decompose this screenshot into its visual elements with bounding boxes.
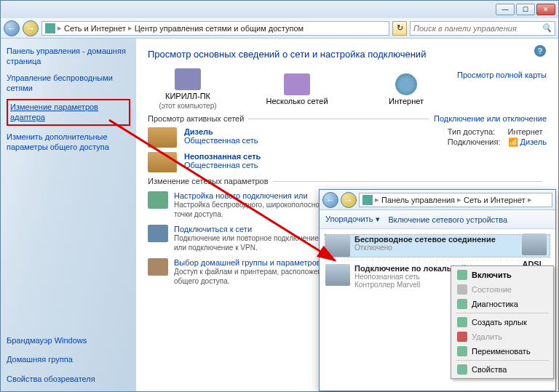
crumb-network[interactable]: Сеть и Интернет (64, 24, 126, 33)
titlebar: — ☐ ✕ (1, 1, 558, 18)
sub-address-bar: ← → ▸ Панель управления ▸ Сеть и Интерне… (320, 190, 555, 210)
sub-breadcrumb[interactable]: ▸ Панель управления ▸ Сеть и Интернет ▸ (359, 193, 552, 207)
new-connection-icon (148, 191, 168, 209)
breadcrumb[interactable]: ▸ Сеть и Интернет ▸ Центр управления сет… (41, 21, 389, 36)
sidebar-bottom: Брандмауэр Windows Домашняя группа Свойс… (7, 335, 130, 384)
node-this-pc[interactable]: КИРИЛЛ-ПК (этот компьютер) (148, 68, 228, 110)
status-icon (457, 284, 467, 295)
connection-link[interactable]: 📶 Дизель (508, 137, 547, 147)
network-name[interactable]: Неопознанная сеть (184, 152, 261, 161)
sidebar-adapter-highlight: Изменение параметров адаптера (7, 99, 130, 126)
delete-icon (457, 332, 467, 342)
organize-menu[interactable]: Упорядочить ▾ (325, 215, 380, 224)
network-map: КИРИЛЛ-ПК (этот компьютер) Несколько сет… (148, 68, 547, 110)
sidebar-ie[interactable]: Свойства обозревателя (7, 375, 95, 383)
control-panel-icon (362, 195, 373, 205)
crumb-sharing-center[interactable]: Центр управления сетями и общим доступом (135, 24, 304, 33)
sidebar-home[interactable]: Панель управления - домашняя страница (7, 46, 130, 67)
sub-back-button[interactable]: ← (322, 192, 338, 208)
forward-button[interactable]: → (23, 20, 39, 36)
homegroup-icon (148, 258, 168, 276)
change-settings-header: Изменение сетевых параметров (148, 177, 547, 185)
ctx-rename[interactable]: Переименовать (453, 344, 552, 359)
network-type[interactable]: Общественная сеть (184, 136, 258, 145)
ctx-status: Состояние (453, 282, 552, 297)
node-internet[interactable]: Интернет (366, 73, 446, 105)
context-menu: Включить Состояние Диагностика Создать я… (451, 265, 554, 379)
ctx-diagnostics[interactable]: Диагностика (453, 297, 552, 311)
close-button[interactable]: ✕ (536, 4, 555, 15)
connect-disconnect-link[interactable]: Подключение или отключение (434, 114, 547, 123)
page-title: Просмотр основных сведений о сети и наст… (148, 49, 547, 60)
sidebar: Панель управления - домашняя страница Уп… (1, 39, 136, 391)
rename-icon (457, 346, 467, 356)
ctx-properties[interactable]: Свойства (453, 362, 552, 377)
network-type[interactable]: Общественная сеть (184, 161, 261, 169)
ctx-enable[interactable]: Включить (453, 268, 552, 282)
address-bar: ← → ▸ Сеть и Интернет ▸ Центр управления… (1, 18, 558, 39)
refresh-button[interactable]: ↻ (392, 21, 407, 36)
sub-toolbar: Упорядочить ▾ Включение сетевого устройс… (320, 210, 555, 229)
search-box[interactable]: 🔍 (410, 21, 555, 36)
diag-icon (457, 299, 467, 309)
search-icon: 🔍 (542, 23, 552, 33)
network-row-1: Дизель Общественная сеть Тип доступа: Ин… (148, 127, 547, 148)
computer-icon (175, 68, 201, 90)
search-input[interactable] (413, 24, 542, 33)
sidebar-adapter[interactable]: Изменение параметров адаптера (10, 103, 98, 121)
ctx-shortcut[interactable]: Создать ярлык (453, 315, 552, 329)
back-button[interactable]: ← (4, 20, 20, 36)
lan-adapter-icon (325, 264, 350, 286)
network-name[interactable]: Дизель (184, 127, 258, 136)
sidebar-homegroup[interactable]: Домашняя группа (7, 355, 73, 364)
maximize-button[interactable]: ☐ (516, 4, 535, 15)
node-multiple[interactable]: Несколько сетей (257, 73, 337, 105)
sidebar-sharing[interactable]: Изменить дополнительные параметры общего… (7, 132, 130, 153)
sidebar-firewall[interactable]: Брандмауэр Windows (7, 336, 87, 345)
shortcut-icon (457, 317, 467, 327)
minimize-button[interactable]: — (496, 4, 515, 15)
enable-icon (457, 270, 467, 280)
active-networks-header: Просмотр активных сетей Подключение или … (148, 114, 547, 123)
connect-icon (148, 225, 168, 242)
network-row-2: Неопознанная сеть Общественная сеть (148, 152, 547, 172)
globe-icon (395, 73, 417, 95)
sidebar-wireless[interactable]: Управление беспроводными сетями (7, 73, 130, 94)
enable-device-button[interactable]: Включение сетевого устройства (389, 215, 508, 224)
control-panel-icon (45, 23, 55, 33)
ctx-delete: Удалить (453, 329, 552, 344)
props-icon (457, 364, 467, 375)
bench-icon (148, 152, 177, 172)
sub-forward-button[interactable]: → (341, 192, 357, 208)
help-icon[interactable]: ? (534, 45, 546, 57)
adsl-adapter-icon (522, 233, 547, 255)
multiple-networks-icon (284, 73, 310, 95)
wireless-adapter-icon (325, 235, 350, 257)
bench-icon (148, 127, 177, 148)
